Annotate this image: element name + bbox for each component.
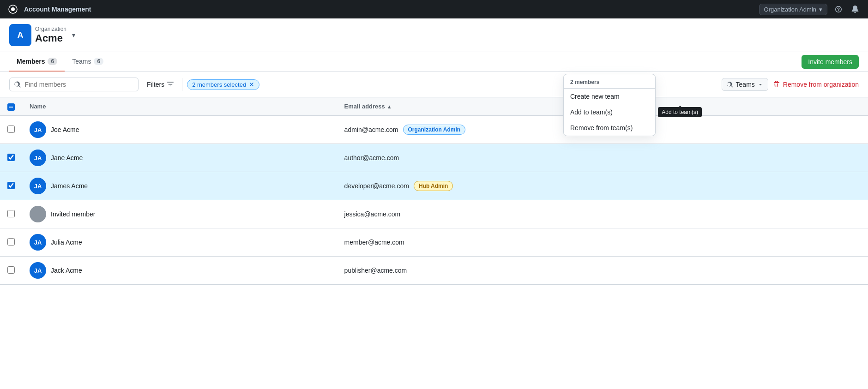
top-nav-left: Account Management [7,4,91,15]
teams-filter-button[interactable]: Teams [722,78,768,91]
filter-icon [167,81,174,88]
avatar: JA [30,234,46,251]
table-row: JAJane Acmeauthor@acme.com [0,144,868,172]
org-selector[interactable]: A Organization Acme ▾ [9,24,75,46]
row-checkbox[interactable] [7,238,15,245]
member-name-label: Invited member [51,210,95,218]
member-email-cell: developer@acme.comHub Admin [337,172,868,200]
member-name-label: Julia Acme [51,239,82,246]
table-row: JAJulia Acmemember@acme.com [0,228,868,257]
top-nav-right: Organization Admin ▾ [759,4,861,15]
tab-bar: Members 6 Teams 6 Invite members [0,52,868,72]
trash-icon [773,81,780,88]
chevron-down-icon: ▾ [819,6,822,13]
toolbar-divider [182,78,182,91]
teams-count-badge: 6 [94,58,103,65]
member-email-label: jessica@acme.com [344,210,401,218]
member-name-cell: Invited member [22,200,337,228]
member-email-label: admin@acme.com [344,126,398,133]
app-logo [7,4,18,15]
member-name-label: Jane Acme [51,154,83,162]
avatar: JA [30,150,46,166]
add-to-team-item[interactable]: Add to team(s) [564,104,655,120]
org-info: Organization Acme [35,26,66,44]
toolbar-right: Teams Remove from organization [722,78,859,91]
svg-point-1 [11,7,15,11]
remove-from-team-item[interactable]: Remove from team(s) [564,120,655,136]
search-box[interactable] [9,78,139,91]
avatar: JA [30,262,46,279]
member-name-cell: JAJames Acme [22,172,337,200]
search-input[interactable] [25,81,133,88]
member-name-label: Joe Acme [51,126,79,133]
app-title: Account Management [24,6,91,13]
search-icon [14,81,21,88]
dropdown-header: 2 members [564,74,655,89]
table-header: Name Email address ▲ [0,97,868,116]
row-checkbox[interactable] [7,266,15,274]
teams-dropdown-menu: 2 members Create new team Add to team(s)… [563,74,656,136]
member-email-label: author@acme.com [344,154,399,162]
org-name: Acme [35,32,66,44]
avatar [30,206,46,222]
org-admin-label: Organization Admin [764,6,816,13]
member-email-cell: member@acme.com [337,228,868,257]
name-column-header: Name [22,97,337,116]
org-header: A Organization Acme ▾ [0,18,868,52]
member-name-label: James Acme [51,182,88,190]
help-button[interactable] [833,4,844,15]
org-admin-button[interactable]: Organization Admin ▾ [759,4,827,15]
row-checkbox[interactable] [7,210,15,217]
member-email-cell: publisher@acme.com [337,257,868,285]
org-label: Organization [35,26,66,32]
members-count-badge: 6 [48,58,57,65]
table-row: JAJames Acmedeveloper@acme.comHub Admin [0,172,868,200]
row-checkbox[interactable] [7,126,15,133]
role-badge: Hub Admin [414,181,453,191]
member-email-cell: author@acme.com [337,144,868,172]
remove-from-org-button[interactable]: Remove from organization [773,81,859,88]
member-email-label: developer@acme.com [344,182,409,190]
row-checkbox[interactable] [7,154,15,161]
member-name-cell: JAJulia Acme [22,228,337,257]
table-row: Invited memberjessica@acme.com [0,200,868,228]
table-row: JAJack Acmepublisher@acme.com [0,257,868,285]
search-icon-small [727,81,733,88]
filters-button[interactable]: Filters [143,78,177,91]
member-name-cell: JAJane Acme [22,144,337,172]
select-all-checkbox[interactable] [7,103,15,111]
members-table: Name Email address ▲ JAJoe Acmeadmin@acm… [0,97,868,285]
chevron-down-icon [758,82,763,87]
add-to-team-tooltip: Add to team(s) [658,107,702,117]
toolbar: Filters 2 members selected ✕ Teams Remov… [0,72,868,97]
create-new-team-item[interactable]: Create new team [564,89,655,104]
member-email-label: member@acme.com [344,239,404,246]
table-row: JAJoe Acmeadmin@acme.comOrganization Adm… [0,116,868,144]
member-name-cell: JAJack Acme [22,257,337,285]
member-name-cell: JAJoe Acme [22,116,337,144]
member-name-label: Jack Acme [51,267,82,274]
top-nav: Account Management Organization Admin ▾ [0,0,868,18]
avatar: JA [30,121,46,138]
chevron-down-icon: ▾ [72,31,75,39]
sort-arrow-icon: ▲ [387,104,392,109]
notifications-button[interactable] [850,4,861,15]
clear-selection-button[interactable]: ✕ [249,81,254,88]
member-email-label: publisher@acme.com [344,267,407,274]
role-badge: Organization Admin [403,125,466,135]
row-checkbox[interactable] [7,182,15,189]
members-list: JAJoe Acmeadmin@acme.comOrganization Adm… [0,116,868,285]
member-email-cell: jessica@acme.com [337,200,868,228]
org-avatar: A [9,24,31,46]
select-all-cell [0,97,22,116]
tab-members[interactable]: Members 6 [9,52,65,72]
invite-members-button[interactable]: Invite members [802,55,859,69]
selected-chip: 2 members selected ✕ [187,79,259,90]
tab-teams[interactable]: Teams 6 [65,52,111,72]
avatar: JA [30,178,46,194]
